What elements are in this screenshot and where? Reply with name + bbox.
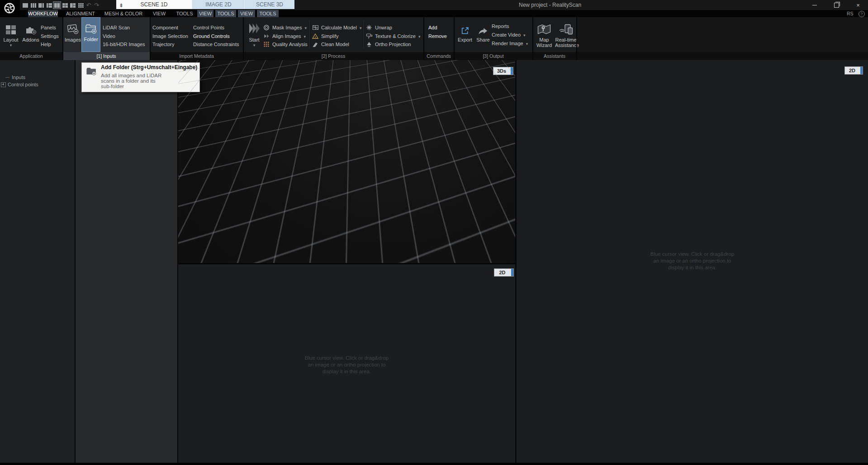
viewport-type-badge-2d[interactable]: 2D [494, 268, 514, 277]
collapse-ribbon-icon[interactable]: ⇟ [119, 1, 123, 10]
tooltip-text: scans in a folder and its [101, 78, 156, 84]
export-icon [456, 18, 474, 35]
tab-mesh-color[interactable]: MESH & COLOR [103, 10, 144, 17]
hdr-images-button[interactable]: 16-bit/HDR Images [103, 41, 145, 47]
group-label-application: Application [0, 52, 62, 60]
panel-splitter[interactable] [515, 60, 517, 463]
layout-left-wide-icon[interactable] [38, 2, 45, 9]
ground-controls-button[interactable]: Ground Controls [193, 33, 230, 39]
tree-item-control-points[interactable]: Control points [1, 81, 38, 88]
tab-scene-1d-label: SCENE 1D [140, 1, 167, 8]
simplify-button[interactable]: Simplify [312, 33, 339, 39]
user-badge[interactable]: RS [847, 11, 854, 16]
clean-model-button[interactable]: Clean Model [312, 41, 349, 47]
redo-icon[interactable]: ↷ [93, 2, 100, 9]
panel-splitter[interactable] [177, 60, 178, 463]
add-command-button[interactable]: Add [428, 24, 437, 31]
tab-image-2d[interactable]: IMAGE 2D [192, 0, 245, 9]
images-1d-panel[interactable] [76, 60, 177, 463]
dropdown-icon[interactable] [360, 24, 362, 31]
layout-button[interactable]: Layout [1, 18, 21, 51]
map-wizard-button[interactable]: Map Wizard [534, 18, 554, 51]
window-bottom-edge [0, 463, 868, 465]
render-image-button[interactable]: Render Image [492, 40, 528, 47]
dropdown-icon[interactable] [304, 24, 307, 31]
settings-button[interactable]: Settings [41, 33, 59, 39]
right-2d-viewport[interactable]: 2D Blue cursor view. Click or drag&drop … [517, 60, 868, 463]
tab-ctx-view-2[interactable]: VIEW [238, 10, 255, 17]
scene-3d-viewport[interactable]: 3Ds [178, 60, 515, 263]
tab-ctx-tools-1[interactable]: TOOLS [215, 10, 236, 17]
tab-scene-3d[interactable]: SCENE 3D [244, 0, 294, 9]
help-icon[interactable]: ? [859, 11, 865, 17]
layout-right-split-icon[interactable] [46, 2, 53, 9]
expand-plus-icon[interactable] [1, 82, 6, 87]
image-selection-button[interactable]: Image Selection [152, 33, 188, 39]
control-points-button[interactable]: Control Points [193, 24, 224, 31]
unwrap-button[interactable]: Unwrap [366, 24, 392, 31]
add-images-button[interactable]: Images [64, 18, 81, 51]
simplify-icon [312, 33, 319, 39]
minimize-button[interactable] [808, 0, 821, 10]
dropdown-icon[interactable] [523, 32, 526, 38]
image-2d-viewport[interactable]: 2D Blue cursor view. Click or drag&drop … [178, 264, 515, 463]
quality-analysis-button[interactable]: Quality Analysis [263, 41, 308, 47]
texture-colorize-button[interactable]: Texture & Colorize [366, 33, 420, 39]
tab-ctx-tools-2[interactable]: TOOLS [257, 10, 279, 17]
share-icon [474, 18, 492, 35]
viewport-badge-blue-strip[interactable] [511, 67, 513, 75]
remove-command-button[interactable]: Remove [428, 33, 447, 39]
layout-grid-2x2-icon[interactable] [62, 2, 69, 9]
create-video-button[interactable]: Create Video [492, 32, 526, 38]
tree-item-inputs[interactable]: Inputs [5, 74, 25, 80]
close-button[interactable]: × [851, 0, 865, 10]
add-folder-button[interactable]: Folder [82, 18, 100, 52]
group-label-inputs[interactable]: [1] Inputs [63, 52, 150, 60]
viewport-type-badge-2d-right[interactable]: 2D [844, 66, 863, 75]
tab-workflow[interactable]: WORKFLOW [28, 10, 58, 17]
layout-left-tall-icon[interactable] [69, 2, 76, 9]
tab-scene-1d[interactable]: ⇟ SCENE 1D [116, 0, 192, 9]
distance-constraints-button[interactable]: Distance Constraints [193, 41, 239, 47]
realtime-assistance-button[interactable]: Real-time Assistance [555, 18, 577, 51]
maximize-button[interactable] [830, 0, 843, 10]
viewport-type-badge-3ds[interactable]: 3Ds [493, 67, 513, 75]
app-logo[interactable] [0, 0, 20, 17]
start-button[interactable]: Start [246, 18, 262, 51]
layout-two-columns-icon[interactable] [53, 2, 61, 9]
addons-button[interactable]: Addons [21, 18, 41, 51]
layout-single-icon[interactable] [22, 2, 29, 9]
lidar-scan-button[interactable]: LiDAR Scan [103, 24, 130, 31]
texture-colorize-icon [366, 33, 373, 39]
panel-splitter[interactable] [178, 263, 515, 264]
tab-tools[interactable]: TOOLS [175, 10, 194, 17]
dropdown-icon[interactable] [418, 33, 421, 40]
layout-icon [1, 18, 21, 35]
dropdown-icon[interactable] [304, 33, 306, 40]
share-button[interactable]: Share [474, 18, 492, 51]
undo-icon[interactable]: ↶ [85, 2, 92, 9]
trajectory-button[interactable]: Trajectory [152, 41, 175, 47]
dropdown-icon[interactable] [526, 40, 528, 47]
layout-grid-3x3-icon[interactable] [77, 2, 85, 9]
ortho-projection-button[interactable]: Ortho Projection [366, 41, 411, 47]
calculate-model-button[interactable]: Calculate Model [312, 24, 361, 31]
component-button[interactable]: Component [152, 24, 178, 31]
panels-button[interactable]: Panels [41, 24, 56, 31]
help-button[interactable]: Help [41, 41, 51, 47]
tab-ctx-view-1[interactable]: VIEW [197, 10, 213, 17]
viewport-badge-blue-strip[interactable] [511, 269, 513, 276]
viewport-badge-blue-strip[interactable] [860, 67, 863, 74]
group-label-output: [3] Output [454, 52, 532, 60]
tree-item-inputs-label: Inputs [12, 75, 25, 80]
tab-alignment[interactable]: ALIGNMENT [63, 10, 98, 17]
video-button[interactable]: Video [103, 33, 115, 39]
export-button[interactable]: Export [456, 18, 474, 51]
panel-splitter[interactable] [75, 60, 76, 463]
reports-button[interactable]: Reports [492, 23, 509, 29]
addons-button-label: Addons [21, 37, 41, 42]
tab-view[interactable]: VIEW [151, 10, 167, 17]
mask-images-button[interactable]: Mask Images [263, 24, 307, 31]
layout-three-columns-icon[interactable] [30, 2, 37, 9]
align-images-button[interactable]: Align Images [263, 33, 306, 39]
